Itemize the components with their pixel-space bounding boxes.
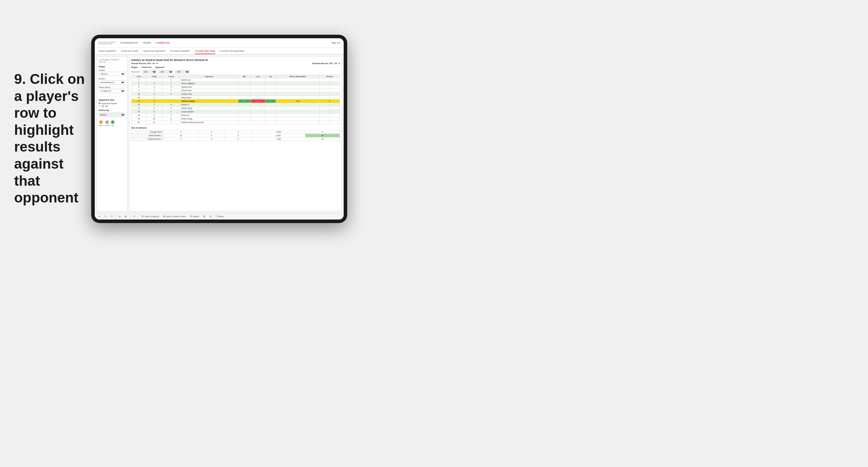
watch-button[interactable]: 👁 Watch <box>189 215 200 218</box>
legend-circle-level <box>105 120 109 124</box>
main-content: Last Updated: 27/03/2024 16:55:38 Player… <box>95 55 344 213</box>
division-label: Division <box>99 78 125 80</box>
out-of-division-table: Foreign Team 1004.5002 NAIA Division 1 1… <box>131 130 340 141</box>
tab-team-h2h-heatmap[interactable]: TEAM H2H HEATMAP <box>143 49 165 54</box>
tablet-frame: Powered by clippd SCOREBOARD TOURNAMENTS… <box>91 35 347 223</box>
col-conf: # Conf <box>162 75 180 78</box>
toolbar-sep3 <box>138 215 138 219</box>
toolbar: ↩ ↪ ↷ ⧉ ⊞ ⏱ 👁 View: Original ⊞ Save Cust… <box>95 213 344 220</box>
tab-team-h2h-grid[interactable]: TEAM H2H GRID <box>121 49 138 54</box>
tab-player-summary[interactable]: PLAYER SUMMARY <box>170 49 190 54</box>
redo-button[interactable]: ↪ <box>103 215 108 218</box>
last-updated: Last Updated: 27/03/2024 16:55:38 <box>99 59 125 64</box>
filter-section: Region Conference Opponent <box>131 66 340 69</box>
undo-button[interactable]: ↩ <box>97 215 101 218</box>
nav-teams[interactable]: TEAMS <box>143 41 151 45</box>
tab-player-h2h-grid[interactable]: PLAYER H2H GRID <box>195 49 215 54</box>
paste-button[interactable]: ⊞ <box>124 215 128 218</box>
share-button[interactable]: ⤴ Share <box>215 215 225 218</box>
legend-circle-up <box>111 120 115 124</box>
opponent-select[interactable]: (All) <box>175 70 190 73</box>
radio-top100[interactable]: Top 100 <box>99 105 125 107</box>
overall-record: Overall Record: 353 - 34 - 6 <box>131 62 158 64</box>
logo-sub: Powered by clippd <box>98 41 115 43</box>
region-select[interactable]: (All) <box>142 70 157 73</box>
table-row[interactable]: 20117Federica Domecq Lacroze ◻ <box>131 121 340 124</box>
conference-filter-label: Conference <box>141 66 152 68</box>
grid-title: Katelyn Vo Head-to-Head Grid for Women's… <box>131 59 340 62</box>
right-panel: Katelyn Vo Head-to-Head Grid for Women's… <box>129 57 342 211</box>
nav-items: TOURNAMENTS TEAMS COMMITTEE <box>120 41 332 45</box>
filter-row: Opponents: (All) (All) (All) <box>131 70 340 73</box>
forward-button[interactable]: ↷ <box>110 215 114 218</box>
tab-team-summary[interactable]: TEAM SUMMARY <box>98 49 116 54</box>
table-row[interactable]: 522Alexis Sudjianto ◻ <box>131 82 340 85</box>
legend-level: Level <box>105 120 109 126</box>
radio-dot-selected <box>99 102 100 104</box>
nav-committee[interactable]: COMMITTEE <box>156 41 170 45</box>
watch-icon: 👁 <box>190 215 192 218</box>
col-reg: # Reg <box>146 75 162 78</box>
opponent-view-title: Opponent view <box>99 99 125 101</box>
layout-button[interactable]: ⊞ <box>202 215 207 218</box>
player-section-title: Player <box>99 65 125 68</box>
table-row[interactable]: 131Haejo Hyun ◻ <box>131 96 340 99</box>
table-row[interactable]: 914Sharon Mun ◻ <box>131 89 340 92</box>
legend-down: Down <box>99 120 103 126</box>
col-tie: Tie <box>265 75 276 78</box>
col-loss: Loss <box>251 75 265 78</box>
table-row[interactable]: 613Sydney Kuo ◻ <box>131 85 340 89</box>
division-select[interactable]: NCAA Division III <box>99 80 125 85</box>
table-row[interactable]: 1063Andrea York ◻ <box>131 92 340 96</box>
table-row[interactable]: 1822Euna Lee ◻ <box>131 114 340 117</box>
nav-bar: Powered by clippd SCOREBOARD TOURNAMENTS… <box>95 38 344 48</box>
player-rank-label: Player (Rank) <box>99 86 125 88</box>
division-record: Division Record: 331 - 34 - 6 <box>312 62 340 64</box>
table-row[interactable]: 1691Jessica Mason ◻ <box>131 110 340 114</box>
col-opponent: Opponent <box>180 75 238 78</box>
table-row[interactable]: 1474Eunice Yi ◻ <box>131 103 340 106</box>
conference-select[interactable]: (All) <box>159 70 173 73</box>
clock-button[interactable]: ⏱ <box>132 215 136 218</box>
table-row[interactable]: 1585Stella Cheng ◻ <box>131 106 340 110</box>
opponent-filter-label: Opponent <box>155 66 164 68</box>
toolbar-sep2 <box>130 215 130 219</box>
table-button[interactable]: ⊟ <box>208 215 213 218</box>
gender-label: Gender <box>99 69 125 71</box>
out-div-row: Foreign Team 1004.5002 <box>131 130 340 134</box>
logo: Powered by clippd SCOREBOARD <box>98 41 115 45</box>
table-row[interactable]: 19106Emily Chang ◻ <box>131 117 340 121</box>
save-custom-button[interactable]: ⊞ Save Custom View <box>162 215 187 218</box>
copy-button[interactable]: ⧉ <box>118 215 122 219</box>
out-of-division-title: Out of division <box>131 127 340 129</box>
h2h-table: # Div # Reg # Conf Opponent Win Loss Tie… <box>131 75 340 124</box>
player-rank-select[interactable]: 8. Katelyn Vo <box>99 89 125 93</box>
radio-opponents-played[interactable]: Opponents Played <box>99 102 125 104</box>
left-panel: Last Updated: 27/03/2024 16:55:38 Player… <box>96 57 127 211</box>
legend-circle-down <box>99 120 103 124</box>
eye-icon: 👁 <box>142 215 144 218</box>
radio-dot-empty <box>99 105 100 107</box>
col-div: # Div <box>131 75 146 78</box>
table-row-highlighted[interactable]: 131Jessica Huang 0 1 0 -3.00 2 <box>131 99 340 103</box>
gender-select[interactable]: Women's <box>99 72 125 76</box>
view-original-button[interactable]: 👁 View: Original <box>141 215 160 218</box>
record-row: Overall Record: 353 - 34 - 6 Division Re… <box>131 62 340 64</box>
nav-tournaments[interactable]: TOURNAMENTS <box>120 41 138 45</box>
tab-bar: TEAM SUMMARY TEAM H2H GRID TEAM H2H HEAT… <box>95 48 344 55</box>
table-row[interactable]: 31Esther Lee ◻ <box>131 78 340 82</box>
out-div-row: NCAA Division 2 5007.40010 <box>131 137 340 141</box>
divider <box>99 96 125 97</box>
opponents-filter-label: Opponents: <box>131 71 141 73</box>
col-win: Win <box>238 75 251 78</box>
sign-out-button[interactable]: Sign out <box>332 41 340 44</box>
colour-by-select[interactable]: Win/loss <box>99 113 125 117</box>
colour-by-title: Colour by <box>99 109 125 112</box>
col-rounds: Rounds <box>319 75 340 78</box>
out-div-row: NAIA Division 1 15009.26730 <box>131 134 340 137</box>
annotation-text: 9. Click on a player's row to highlight … <box>14 71 91 206</box>
legend-up: Up <box>111 120 115 126</box>
tab-player-h2h-heatmap[interactable]: PLAYER H2H HEATMAP <box>220 49 245 54</box>
region-filter-label: Region <box>131 66 138 68</box>
toolbar-sep1 <box>116 215 116 219</box>
